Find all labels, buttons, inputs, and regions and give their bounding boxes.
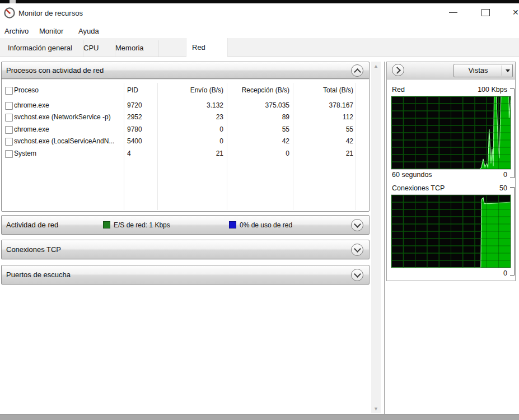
table-header-row: Proceso PID Envío (B/s) Recepción (B/s) … [2,83,369,98]
expand-button[interactable] [351,269,363,281]
cell-pid: 5400 [127,136,155,147]
cell-pid: 9780 [127,124,155,136]
network-activity-title: Actividad de red [6,216,58,234]
column-header-pid[interactable]: PID [127,83,138,98]
network-usage-swatch-icon [229,221,236,228]
menu-item-ayuda[interactable]: Ayuda [78,26,99,36]
processes-panel-header[interactable]: Procesos con actividad de red [1,62,370,79]
panel-separator [384,62,385,414]
cell-name: System [14,148,121,160]
table-row[interactable]: svchost.exe (NetworkService -p)295223891… [2,111,369,123]
menu-item-monitor[interactable]: Monitor [39,26,63,36]
views-button[interactable]: Vistas [453,64,513,77]
network-activity-bar[interactable]: Actividad de red E/S de red: 1 Kbps 0% d… [1,215,370,235]
network-graph-max-label: 100 Kbps [478,85,507,94]
table-row[interactable]: svchost.exe (LocalServiceAndN...54000424… [2,136,369,147]
expand-button[interactable] [351,219,363,231]
cell-name: chrome.exe [14,124,121,136]
column-header-proceso[interactable]: Proceso [14,83,39,98]
chevron-right-icon [394,67,401,74]
tab-memoria[interactable]: Memoria [110,40,159,57]
cell-recv: 0 [228,148,289,160]
cell-pid: 2952 [127,111,155,123]
cell-send: 3.132 [158,100,223,111]
scroll-up-icon[interactable]: ▲ [371,62,381,71]
chevron-down-icon [354,270,361,278]
chevron-up-icon [354,68,361,76]
expand-button[interactable] [351,244,363,256]
cell-total: 21 [294,148,353,160]
listening-ports-bar[interactable]: Puertos de escucha [1,265,370,284]
row-checkbox[interactable] [5,102,13,110]
table-row[interactable]: chrome.exe97203.132375.035378.167 [2,100,369,111]
table-row[interactable]: System421021 [2,148,369,160]
axis-bracket [510,88,515,178]
graphs-panel: Vistas Red 100 Kbps 60 segundos 0 Conexi… [386,62,516,281]
network-usage-legend: 0% de uso de red [240,216,292,234]
tcp-graph-min-label: 0 [503,269,507,278]
network-graph-x-label: 60 segundos [392,170,432,179]
cell-pid: 9720 [127,100,155,111]
tab-informacion-general[interactable]: Información general [2,40,83,57]
menu-item-archivo[interactable]: Archivo [4,26,29,36]
table-row[interactable]: chrome.exe978005555 [2,124,369,136]
collapse-graphs-button[interactable] [392,64,404,76]
column-header-envio[interactable]: Envío (B/s) [158,83,223,98]
window-title: Monitor de recursos [18,8,83,18]
column-header-recepcion[interactable]: Recepción (B/s) [228,83,289,98]
row-checkbox[interactable] [5,138,13,146]
network-graph-min-label: 0 [503,170,507,179]
dropdown-arrow-icon[interactable] [506,69,510,72]
processes-panel-title: Procesos con actividad de red [6,62,104,78]
cell-pid: 4 [127,148,155,160]
collapse-button[interactable] [351,64,363,77]
listening-ports-title: Puertos de escucha [6,265,71,284]
tab-red[interactable]: Red [186,38,228,57]
network-io-swatch-icon [103,221,110,228]
network-graph-title: Red [392,85,405,94]
views-button-label: Vistas [454,64,502,77]
close-icon[interactable]: ✕ [512,7,519,18]
row-checkbox[interactable] [5,114,13,122]
cell-send: 21 [158,148,223,160]
graphs-toolbar: Vistas [387,62,515,80]
cell-total: 112 [294,111,353,123]
cell-total: 378.167 [294,100,353,111]
cell-recv: 55 [228,124,289,136]
cell-send: 0 [158,124,223,136]
axis-bracket [510,187,515,276]
cell-recv: 375.035 [228,100,289,111]
cell-send: 23 [158,111,223,123]
cell-name: svchost.exe (LocalServiceAndN... [14,136,121,147]
cell-recv: 42 [228,136,289,147]
minimize-icon[interactable] [449,12,457,13]
resource-monitor-icon [3,7,16,19]
network-io-legend: E/S de red: 1 Kbps [114,216,170,234]
vertical-scrollbar[interactable]: ▲ ▼ [371,62,381,413]
tcp-connections-title: Conexiones TCP [6,240,61,259]
cell-send: 0 [158,136,223,147]
tcp-graph-title: Conexiones TCP [392,184,445,193]
network-graph [391,96,511,170]
tcp-connections-bar[interactable]: Conexiones TCP [1,240,370,259]
cell-total: 55 [294,124,353,136]
views-button-divider [502,66,502,76]
tab-strip: Información general CPU Memoria Red [0,38,519,57]
chevron-down-icon [354,245,361,253]
tcp-graph [391,194,511,268]
bottom-window-edge [0,414,519,420]
cell-name: svchost.exe (NetworkService -p) [14,111,121,123]
chevron-down-icon [354,221,361,228]
maximize-icon[interactable] [481,9,490,16]
cell-total: 42 [294,136,353,147]
menu-bar: Archivo Monitor Ayuda [0,25,519,38]
title-bar: Monitor de recursos ✕ [0,3,519,25]
scroll-down-icon[interactable]: ▼ [371,404,381,413]
select-all-checkbox[interactable] [5,87,13,95]
column-header-total[interactable]: Total (B/s) [294,83,353,98]
row-checkbox[interactable] [5,126,13,134]
processes-panel: Procesos con actividad de red Proceso PI… [1,62,370,212]
cell-recv: 89 [228,111,289,123]
cell-name: chrome.exe [14,100,121,111]
row-checkbox[interactable] [5,150,13,158]
